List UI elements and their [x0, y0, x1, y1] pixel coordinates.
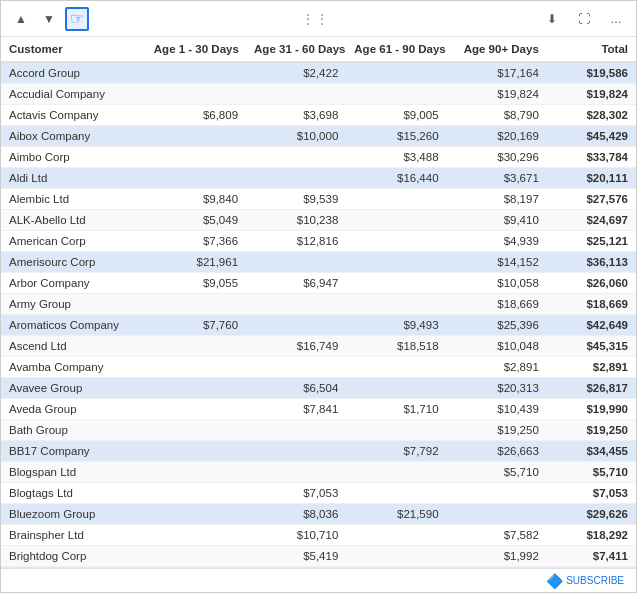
table-row: Aromaticos Company$7,760$9,493$25,396$42…: [1, 315, 636, 336]
cell-age31_60: $9,539: [246, 189, 346, 210]
cell-age61_90: $18,518: [346, 336, 446, 357]
cell-total: $26,060: [547, 273, 636, 294]
table-row: Army Group$18,669$18,669: [1, 294, 636, 315]
cell-age31_60: $3,698: [246, 105, 346, 126]
aging-table: Customer Age 1 - 30 Days Age 31 - 60 Day…: [1, 37, 636, 568]
expand-icon: ⛶: [578, 12, 590, 26]
cell-age1_30: [146, 357, 246, 378]
cell-total: $25,121: [547, 231, 636, 252]
col-header-age31-60: Age 31 - 60 Days: [246, 37, 346, 62]
cell-age90plus: $25,396: [447, 315, 547, 336]
cell-customer: Avamba Company: [1, 357, 146, 378]
cursor-icon: ☞: [70, 9, 84, 28]
table-row: Ascend Ltd$16,749$18,518$10,048$45,315: [1, 336, 636, 357]
cell-total: $18,669: [547, 294, 636, 315]
cell-customer: Aibox Company: [1, 126, 146, 147]
cursor-button[interactable]: ☞: [65, 7, 89, 31]
cell-age61_90: [346, 210, 446, 231]
cell-age61_90: [346, 294, 446, 315]
table-row: Accord Group$2,422$17,164$19,586: [1, 62, 636, 84]
cell-total: $18,292: [547, 525, 636, 546]
cell-total: $42,649: [547, 315, 636, 336]
cell-total: $36,113: [547, 252, 636, 273]
cell-age1_30: $7,760: [146, 315, 246, 336]
cell-age31_60: $2,422: [246, 62, 346, 84]
more-icon: …: [610, 12, 622, 26]
cell-customer: Army Group: [1, 294, 146, 315]
subscribe-icon: 🔷: [546, 573, 563, 589]
cell-customer: BB17 Company: [1, 441, 146, 462]
cell-total: $19,250: [547, 420, 636, 441]
cell-age90plus: $4,939: [447, 231, 547, 252]
cell-age1_30: $5,049: [146, 210, 246, 231]
table-row: Avamba Company$2,891$2,891: [1, 357, 636, 378]
cell-age90plus: $17,164: [447, 62, 547, 84]
cell-age90plus: $3,671: [447, 168, 547, 189]
subscribe-badge[interactable]: 🔷 SUBSCRIBE: [546, 573, 624, 589]
table-row: Aveda Group$7,841$1,710$10,439$19,990: [1, 399, 636, 420]
col-header-customer: Customer: [1, 37, 146, 62]
cell-age61_90: [346, 483, 446, 504]
cell-age31_60: $7,053: [246, 483, 346, 504]
cell-age61_90: $21,590: [346, 504, 446, 525]
cell-total: $19,586: [547, 62, 636, 84]
down-icon: ▼: [43, 12, 55, 26]
cell-age31_60: $6,947: [246, 273, 346, 294]
cell-customer: Brightdog Corp: [1, 546, 146, 567]
cell-age90plus: $10,048: [447, 336, 547, 357]
table-row: BB17 Company$7,792$26,663$34,455: [1, 441, 636, 462]
cell-total: $20,111: [547, 168, 636, 189]
cell-age61_90: [346, 62, 446, 84]
cell-age90plus: $9,410: [447, 210, 547, 231]
cell-age1_30: [146, 546, 246, 567]
cell-age90plus: [447, 483, 547, 504]
cell-age31_60: [246, 294, 346, 315]
col-header-age90plus: Age 90+ Days: [447, 37, 547, 62]
cell-age90plus: $14,152: [447, 252, 547, 273]
cell-age1_30: [146, 294, 246, 315]
cell-age61_90: $15,260: [346, 126, 446, 147]
cell-total: $7,053: [547, 483, 636, 504]
cell-total: $34,455: [547, 441, 636, 462]
download-button[interactable]: ⬇: [540, 7, 564, 31]
cell-age1_30: $21,961: [146, 252, 246, 273]
cell-age61_90: [346, 525, 446, 546]
cell-total: $45,429: [547, 126, 636, 147]
cell-total: $45,315: [547, 336, 636, 357]
table-row: Blogtags Ltd$7,053$7,053: [1, 483, 636, 504]
cell-age90plus: $7,582: [447, 525, 547, 546]
cell-customer: Accudial Company: [1, 84, 146, 105]
drag-handle[interactable]: ⋮⋮: [293, 11, 337, 27]
header-row: Customer Age 1 - 30 Days Age 31 - 60 Day…: [1, 37, 636, 62]
cell-age90plus: $2,891: [447, 357, 547, 378]
cell-age1_30: $9,840: [146, 189, 246, 210]
cell-customer: Aveda Group: [1, 399, 146, 420]
table-row: American Corp$7,366$12,816$4,939$25,121: [1, 231, 636, 252]
cell-age1_30: [146, 168, 246, 189]
cell-age61_90: [346, 546, 446, 567]
cell-age1_30: [146, 441, 246, 462]
scroll-down-button[interactable]: ▼: [37, 7, 61, 31]
cell-age1_30: [146, 504, 246, 525]
cell-age1_30: [146, 126, 246, 147]
cell-age90plus: $20,169: [447, 126, 547, 147]
more-button[interactable]: …: [604, 7, 628, 31]
cell-age1_30: [146, 336, 246, 357]
cell-age61_90: $3,488: [346, 147, 446, 168]
cell-customer: ALK-Abello Ltd: [1, 210, 146, 231]
scroll-up-button[interactable]: ▲: [9, 7, 33, 31]
cell-age31_60: [246, 420, 346, 441]
table-row: Brightdog Corp$5,419$1,992$7,411: [1, 546, 636, 567]
cell-age31_60: [246, 315, 346, 336]
cell-age1_30: $6,809: [146, 105, 246, 126]
cell-total: $29,626: [547, 504, 636, 525]
cell-customer: Actavis Company: [1, 105, 146, 126]
cell-age31_60: [246, 168, 346, 189]
table-row: Aldi Ltd$16,440$3,671$20,111: [1, 168, 636, 189]
cell-age1_30: [146, 483, 246, 504]
expand-button[interactable]: ⛶: [572, 7, 596, 31]
cell-total: $2,891: [547, 357, 636, 378]
cell-age31_60: $6,504: [246, 378, 346, 399]
cell-age61_90: [346, 189, 446, 210]
cell-age61_90: [346, 273, 446, 294]
